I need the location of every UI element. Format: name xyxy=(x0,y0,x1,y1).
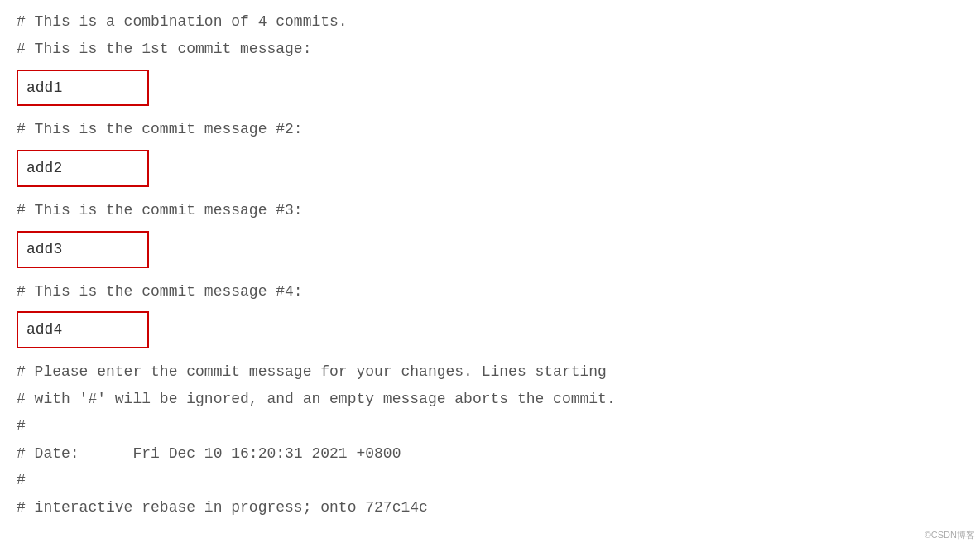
footer-line3: # xyxy=(17,413,963,440)
footer-line6: # interactive rebase in progress; onto 7… xyxy=(17,494,963,521)
footer-line2: # with '#' will be ignored, and an empty… xyxy=(17,386,963,413)
commit-box-1[interactable]: add1 xyxy=(17,70,149,107)
code-editor: # This is a combination of 4 commits. # … xyxy=(17,8,963,521)
footer-line5: # xyxy=(17,467,963,494)
commit-label-4: add4 xyxy=(26,321,62,338)
watermark: ©CSDN博客 xyxy=(925,529,975,541)
commit2-comment: # This is the commit message #2: xyxy=(17,116,963,143)
footer-line4: # Date: Fri Dec 10 16:20:31 2021 +0800 xyxy=(17,440,963,468)
commit-label-2: add2 xyxy=(26,160,62,176)
header-line1: # This is a combination of 4 commits. xyxy=(17,8,963,36)
commit-box-4[interactable]: add4 xyxy=(17,311,149,348)
commit-box-2[interactable]: add2 xyxy=(17,150,149,187)
footer-line1: # Please enter the commit message for yo… xyxy=(17,358,963,386)
commit3-comment: # This is the commit message #3: xyxy=(17,197,963,224)
commit-box-3[interactable]: add3 xyxy=(17,231,149,268)
commit-label-1: add1 xyxy=(26,79,62,96)
header-line2: # This is the 1st commit message: xyxy=(17,36,963,63)
commit-label-3: add3 xyxy=(26,241,62,257)
commit4-comment: # This is the commit message #4: xyxy=(17,278,963,305)
